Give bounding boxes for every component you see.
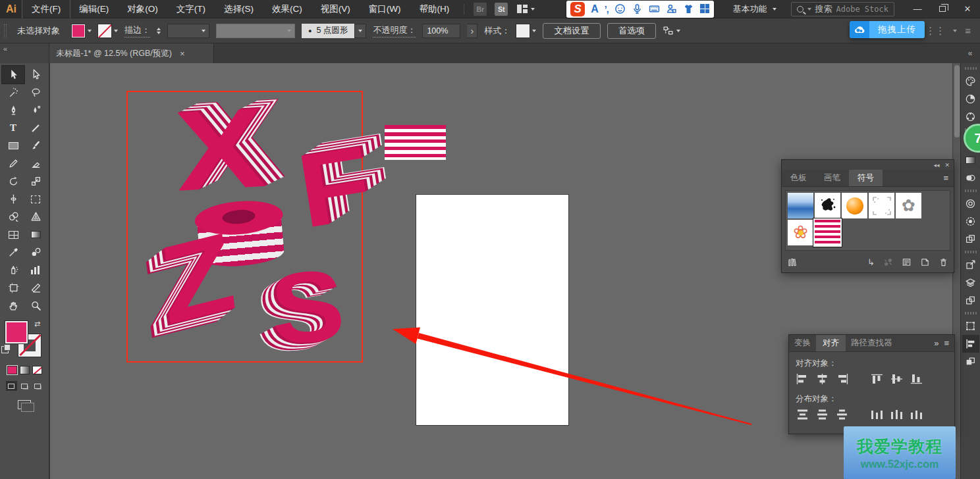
symbol-orange-orb[interactable] xyxy=(842,193,867,218)
tab-symbols[interactable]: 符号 xyxy=(849,170,883,186)
place-symbol-icon[interactable]: ↳ xyxy=(867,257,875,267)
tool-selection[interactable] xyxy=(2,66,24,84)
align-v-center-button[interactable] xyxy=(890,373,904,385)
tool-blend[interactable] xyxy=(24,243,47,261)
shirt-skin-icon[interactable] xyxy=(683,3,694,14)
tool-eraser[interactable] xyxy=(24,155,47,172)
panel-grip[interactable] xyxy=(4,24,7,38)
dock-grip[interactable] xyxy=(965,67,977,70)
dock-asset-export-panel[interactable] xyxy=(962,291,979,309)
tool-magic-wand[interactable] xyxy=(2,84,24,101)
graphic-style-control[interactable] xyxy=(516,24,536,38)
tab-swatches[interactable]: 色板 xyxy=(782,170,815,186)
document-tab[interactable]: 未标题-1* @ 12.5% (RGB/预览) × xyxy=(49,43,214,63)
distribute-top-button[interactable] xyxy=(796,409,809,420)
tool-direct-selection[interactable] xyxy=(24,66,47,84)
variable-width-combo[interactable] xyxy=(216,24,295,38)
dock-grip[interactable] xyxy=(965,312,977,315)
align-top-button[interactable] xyxy=(870,373,884,385)
draw-inside-button[interactable] xyxy=(32,381,43,391)
distribute-right-button[interactable] xyxy=(910,409,923,420)
gradient-button[interactable] xyxy=(20,366,30,374)
stock-icon[interactable]: St xyxy=(495,3,508,16)
menu-type[interactable]: 文字(T) xyxy=(167,0,215,18)
cloud-upload-button[interactable]: 拖拽上传 xyxy=(850,21,925,38)
tool-zoom[interactable] xyxy=(24,297,47,315)
align-right-button[interactable] xyxy=(835,373,849,385)
dock-color-panel[interactable] xyxy=(962,72,979,90)
align-h-center-button[interactable] xyxy=(815,373,829,385)
dock-align-panel[interactable] xyxy=(962,335,979,353)
opacity-more-button[interactable]: › xyxy=(467,24,477,38)
bridge-icon[interactable]: Br xyxy=(474,3,487,16)
artwork-letter-s[interactable]: S xyxy=(267,254,348,359)
sogou-logo-icon[interactable]: S xyxy=(570,2,585,16)
color-button[interactable] xyxy=(7,366,17,374)
dock-pathfinder-panel[interactable] xyxy=(962,353,979,370)
fill-color-control[interactable] xyxy=(72,24,92,38)
panel-menu-icon[interactable]: ≡ xyxy=(944,338,949,348)
artwork-letter-x[interactable]: X xyxy=(173,90,267,208)
toolbox-grid-icon[interactable] xyxy=(700,4,710,14)
distribute-bottom-button[interactable] xyxy=(835,409,849,420)
tool-width[interactable] xyxy=(2,190,24,208)
close-panel-icon[interactable]: ✕ xyxy=(944,162,950,168)
style-swatch[interactable] xyxy=(516,24,530,38)
draw-behind-button[interactable] xyxy=(19,381,30,391)
skin-person-icon[interactable] xyxy=(666,3,677,14)
align-left-button[interactable] xyxy=(796,373,809,385)
fill-swatch[interactable] xyxy=(72,24,85,38)
ime-punctuation-icon[interactable]: ’, xyxy=(605,4,609,14)
opacity-label[interactable]: 不透明度： xyxy=(373,24,416,38)
delete-symbol-icon[interactable] xyxy=(939,257,948,267)
new-symbol-icon[interactable] xyxy=(920,257,930,267)
ime-language-icon[interactable]: A xyxy=(591,3,599,15)
screen-mode-button[interactable] xyxy=(18,400,31,409)
artwork-letter-f[interactable]: F xyxy=(291,130,377,243)
menu-effect[interactable]: 效果(C) xyxy=(263,0,312,18)
tool-slice[interactable] xyxy=(24,279,47,297)
tool-curvature[interactable] xyxy=(24,101,47,119)
preferences-button[interactable]: 首选项 xyxy=(607,23,656,39)
tool-scale[interactable] xyxy=(24,172,47,190)
expand-tabs-icon[interactable]: » xyxy=(934,338,939,348)
tool-symbol-sprayer[interactable] xyxy=(2,261,24,279)
symbol-options-icon[interactable] xyxy=(902,257,912,267)
document-setup-button[interactable]: 文档设置 xyxy=(543,23,600,39)
stock-search-input[interactable]: 搜索 Adobe Stock xyxy=(791,2,894,16)
dock-layers-panel[interactable] xyxy=(962,274,979,291)
fill-proxy[interactable] xyxy=(5,321,28,343)
striped-symbol-instance[interactable] xyxy=(385,125,446,160)
dock-cc-libraries[interactable] xyxy=(962,195,979,213)
dock-collapse-strip[interactable]: « xyxy=(960,43,980,63)
stroke-weight-label[interactable]: 描边： xyxy=(124,24,150,38)
artwork-letter-z[interactable]: Z xyxy=(154,215,240,341)
minimize-button[interactable]: — xyxy=(905,0,930,18)
tool-hand[interactable] xyxy=(2,297,24,315)
none-button[interactable] xyxy=(32,366,42,374)
draw-normal-button[interactable] xyxy=(6,381,17,391)
collapse-panel-icon[interactable]: ◂◂ xyxy=(933,162,939,168)
close-button[interactable]: ✕ xyxy=(955,0,980,18)
symbol-striped-flag-selected[interactable] xyxy=(815,220,840,245)
restore-button[interactable] xyxy=(930,0,955,18)
toolbar-collapse-strip[interactable]: « xyxy=(0,43,49,63)
dock-color-guide-panel[interactable] xyxy=(962,90,979,108)
tab-transform[interactable]: 变换 xyxy=(789,335,816,351)
tool-column-graph[interactable] xyxy=(24,261,47,279)
arrange-documents-button[interactable] xyxy=(517,5,535,13)
dock-appearance-panel[interactable] xyxy=(962,213,979,230)
tool-artboard[interactable] xyxy=(2,279,24,297)
dock-export-panel[interactable] xyxy=(962,256,979,274)
scrollbar-thumb[interactable] xyxy=(954,65,960,138)
distribute-left-button[interactable] xyxy=(870,409,884,420)
distribute-v-center-button[interactable] xyxy=(815,409,829,420)
menu-object[interactable]: 对象(O) xyxy=(118,0,167,18)
stroke-weight-combo[interactable] xyxy=(167,24,209,38)
menu-help[interactable]: 帮助(H) xyxy=(410,0,458,18)
tool-line-segment[interactable] xyxy=(24,119,47,137)
workspace-switcher[interactable]: 基本功能 xyxy=(733,3,776,15)
tool-rectangle[interactable] xyxy=(2,137,24,155)
align-bottom-button[interactable] xyxy=(910,373,923,385)
dock-grip[interactable] xyxy=(965,189,977,192)
